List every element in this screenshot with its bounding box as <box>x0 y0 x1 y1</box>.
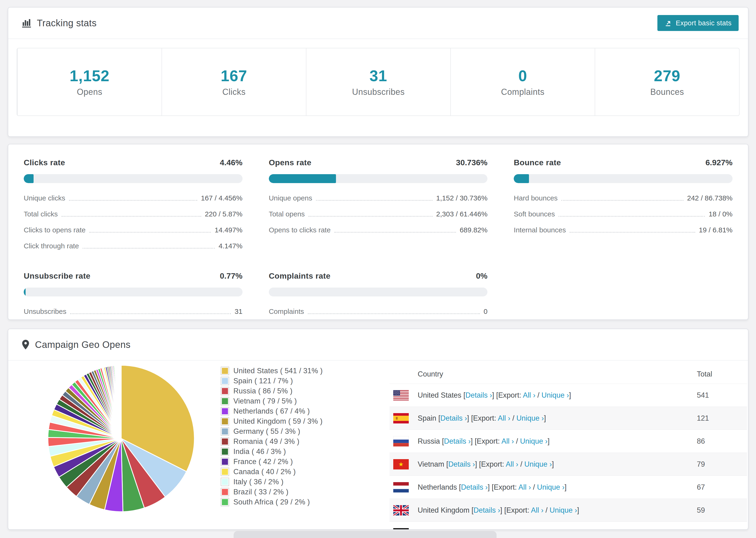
export-unique-link[interactable]: Unique › <box>520 437 548 445</box>
details-link[interactable]: Details › <box>444 437 471 445</box>
table-row: United States [Details ›] [Export: All ›… <box>390 384 747 406</box>
rate-row-label: Unique clicks <box>24 193 65 203</box>
rate-stat-row: Hard bounces 242 / 86.738% <box>514 193 732 203</box>
dotted-leader <box>561 200 683 201</box>
legend-swatch <box>221 478 229 486</box>
rate-panel-header: Opens rate 30.736% <box>269 158 488 167</box>
legend-label: United States ( 541 / 31% ) <box>233 367 323 375</box>
export-all-link[interactable]: All › <box>523 391 535 399</box>
legend-swatch <box>221 467 229 476</box>
country-name: Vietnam <box>418 460 444 468</box>
export-basic-stats-button[interactable]: Export basic stats <box>657 15 739 31</box>
details-link[interactable]: Details › <box>452 529 478 529</box>
details-link[interactable]: Details › <box>441 414 467 422</box>
rate-panel: Opens rate 30.736% Unique opens 1,152 / … <box>269 158 488 251</box>
legend-item: Romania ( 49 / 3% ) <box>221 436 323 447</box>
export-all-link[interactable]: All › <box>531 506 544 514</box>
legend-label: Netherlands ( 67 / 4% ) <box>233 407 310 415</box>
stat-summary-box: 1,152 Opens 167 Clicks 31 Unsubscribes 0… <box>17 48 739 116</box>
rate-stat-row: Total opens 2,303 / 61.446% <box>269 209 488 219</box>
details-link[interactable]: Details › <box>461 483 488 491</box>
export-all-link[interactable]: All › <box>518 483 531 491</box>
rate-row-label: Opens to clicks rate <box>269 225 331 235</box>
legend-swatch <box>221 447 229 456</box>
export-prefix: Export: <box>481 460 504 468</box>
horizontal-scrollbar[interactable] <box>234 531 497 538</box>
country-cell: Spain [Details ›] [Export: All › / Uniqu… <box>418 414 546 422</box>
rate-row-label: Clicks to opens rate <box>24 225 85 235</box>
dotted-leader <box>316 200 432 201</box>
export-icon <box>665 19 673 27</box>
export-prefix: Export: <box>473 414 496 422</box>
pie-slice[interactable] <box>121 365 121 439</box>
rate-title: Bounce rate <box>514 158 561 167</box>
legend-swatch <box>221 437 229 446</box>
map-pin-icon <box>21 340 30 350</box>
rate-panel-header: Complaints rate 0% <box>269 271 488 281</box>
legend-item: Brazil ( 33 / 2% ) <box>221 487 323 497</box>
legend-swatch <box>221 498 229 506</box>
export-unique-link[interactable]: Unique › <box>516 414 544 422</box>
export-all-link[interactable]: All › <box>498 414 510 422</box>
legend-label: France ( 42 / 2% ) <box>233 457 293 466</box>
rate-rows: Unique clicks 167 / 4.456% Total clicks … <box>24 193 243 251</box>
export-all-link[interactable]: All › <box>502 437 514 445</box>
details-link[interactable]: Details › <box>473 506 500 514</box>
export-unique-link[interactable]: Unique › <box>541 391 569 399</box>
dotted-leader <box>334 232 456 233</box>
rate-stat-row: Opens to clicks rate 689.82% <box>269 225 488 235</box>
pie-legend: United States ( 541 / 31% ) Spain ( 121 … <box>221 366 323 507</box>
stat-value: 0 <box>518 67 527 85</box>
legend-label: United Kingdom ( 59 / 3% ) <box>233 417 323 426</box>
export-all-link[interactable]: All › <box>506 460 518 468</box>
export-unique-link[interactable]: Unique › <box>524 460 552 468</box>
dotted-leader <box>62 216 201 217</box>
progress-bar-fill <box>24 174 33 183</box>
legend-label: Romania ( 49 / 3% ) <box>233 437 299 446</box>
rate-row-label: Internal bounces <box>514 225 566 235</box>
rate-row-label: Total opens <box>269 209 305 219</box>
legend-item: United Kingdom ( 59 / 3% ) <box>221 416 323 426</box>
table-row: Spain [Details ›] [Export: All › / Uniqu… <box>390 406 747 430</box>
rate-panel-header: Unsubscribe rate 0.77% <box>24 271 243 281</box>
details-link[interactable]: Details › <box>465 391 492 399</box>
stat-value: 279 <box>654 67 680 85</box>
table-row: Netherlands [Details ›] [Export: All › /… <box>390 476 747 499</box>
rate-panel: Unsubscribe rate 0.77% Unsubscribes 31 <box>24 271 243 316</box>
progress-bar-fill <box>269 174 336 183</box>
export-unique-link[interactable]: Unique › <box>537 483 565 491</box>
export-unique-link[interactable]: Unique › <box>528 529 555 529</box>
dotted-leader <box>89 232 211 233</box>
country-name: United Kingdom <box>418 506 469 514</box>
rate-stat-row: Soft bounces 18 / 0% <box>514 209 732 219</box>
stat-value: 167 <box>221 67 247 85</box>
country-name: Spain <box>418 414 436 422</box>
stat-label: Complaints <box>501 87 544 97</box>
export-unique-link[interactable]: Unique › <box>550 506 577 514</box>
country-cell: Germany [Details ›] [Export: All › / Uni… <box>418 529 557 529</box>
legend-swatch <box>221 377 229 385</box>
export-all-link[interactable]: All › <box>509 529 521 529</box>
rate-stat-row: Unique clicks 167 / 4.456% <box>24 193 243 203</box>
export-prefix: Export: <box>484 529 507 529</box>
progress-bar-fill <box>24 288 26 296</box>
dotted-leader <box>69 200 197 201</box>
rate-row-value: 31 <box>235 307 242 316</box>
dotted-leader <box>82 248 215 248</box>
legend-item: Germany ( 55 / 3% ) <box>221 426 323 436</box>
country-cell: Russia [Details ›] [Export: All › / Uniq… <box>418 437 550 446</box>
geo-table-header: Country Total <box>390 365 747 384</box>
geo-table-rows: United States [Details ›] [Export: All ›… <box>390 384 747 529</box>
legend-item: Netherlands ( 67 / 4% ) <box>221 406 323 416</box>
rate-row-value: 14.497% <box>215 225 242 235</box>
rate-value: 6.927% <box>706 158 732 167</box>
geo-pie-chart <box>46 363 196 513</box>
geo-country-table: Country Total United States [Details ›] … <box>390 365 747 529</box>
table-row: Russia [Details ›] [Export: All › / Uniq… <box>390 430 747 453</box>
legend-label: Brazil ( 33 / 2% ) <box>233 488 289 496</box>
details-link[interactable]: Details › <box>448 460 475 468</box>
bar-chart-icon <box>21 18 32 28</box>
campaign-geo-opens-card: Campaign Geo Opens United States ( 541 /… <box>8 329 748 530</box>
rate-stat-row: Complaints 0 <box>269 307 488 316</box>
progress-bar-track <box>24 288 243 296</box>
